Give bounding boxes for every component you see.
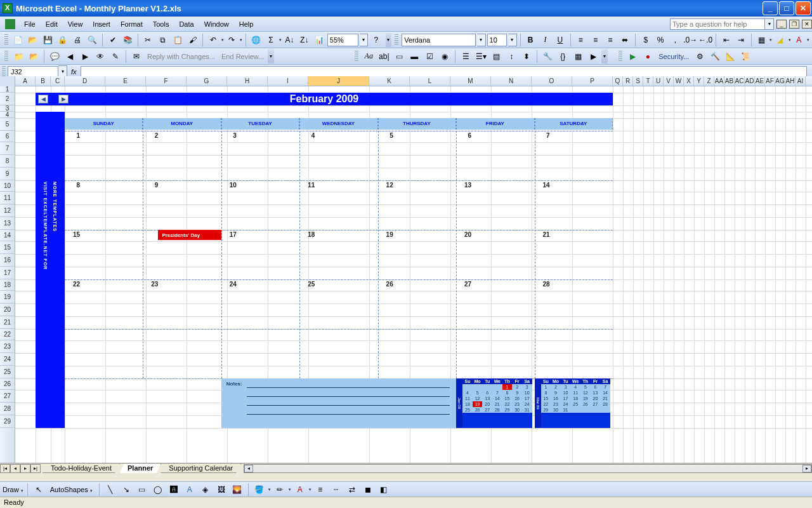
- save-icon[interactable]: 💾: [41, 33, 55, 47]
- help-search-input[interactable]: [670, 18, 765, 30]
- picture-icon[interactable]: 🌄: [230, 483, 244, 497]
- line-icon[interactable]: ╲: [103, 483, 117, 497]
- arrow-icon[interactable]: ↘: [119, 483, 133, 497]
- merge-center-icon[interactable]: ⬌: [619, 33, 632, 47]
- font-color-icon[interactable]: A: [792, 33, 806, 47]
- column-header[interactable]: B: [36, 76, 51, 86]
- row-header[interactable]: 24: [0, 353, 15, 366]
- row-header[interactable]: 17: [0, 267, 15, 279]
- rectangle-icon[interactable]: ▭: [135, 483, 149, 497]
- row-header[interactable]: 27: [0, 390, 15, 403]
- currency-icon[interactable]: $: [639, 33, 652, 47]
- cell-grid[interactable]: February 2009◀▶VISIT EXCELTEMPLATE.NET F…: [15, 86, 812, 464]
- clipart-icon[interactable]: 🖼: [214, 483, 228, 497]
- column-header[interactable]: N: [491, 76, 532, 86]
- help-search-dropdown[interactable]: ▾: [765, 18, 774, 30]
- select-all-corner[interactable]: [0, 76, 15, 86]
- column-header[interactable]: AG: [775, 76, 785, 86]
- column-header[interactable]: P: [572, 76, 613, 86]
- script-editor-icon[interactable]: 📜: [738, 50, 752, 64]
- column-header[interactable]: W: [674, 76, 684, 86]
- italic-button[interactable]: I: [539, 33, 552, 47]
- row-header[interactable]: 12: [0, 204, 15, 217]
- workbook-icon[interactable]: [5, 19, 15, 29]
- column-header[interactable]: Z: [704, 76, 714, 86]
- align-left-icon[interactable]: ≡: [574, 33, 587, 47]
- row-header[interactable]: 19: [0, 291, 15, 304]
- toolbar-grip[interactable]: [4, 51, 8, 62]
- shadow-icon[interactable]: ◼: [361, 483, 375, 497]
- groupbox-control-icon[interactable]: ▭: [392, 50, 406, 64]
- control-toolbox-icon[interactable]: 🔨: [708, 50, 722, 64]
- row-header[interactable]: 15: [0, 241, 15, 254]
- chart-icon[interactable]: 📊: [312, 33, 325, 47]
- column-header[interactable]: AE: [755, 76, 765, 86]
- column-header[interactable]: Q: [613, 76, 623, 86]
- column-header[interactable]: AD: [745, 76, 755, 86]
- tab-nav-next[interactable]: ▸: [20, 464, 30, 473]
- button-control-icon[interactable]: ▬: [407, 50, 421, 64]
- wordart-icon[interactable]: A: [183, 483, 197, 497]
- format-painter-icon[interactable]: 🖌: [186, 33, 199, 47]
- row-header[interactable]: 1: [0, 86, 15, 93]
- row-header[interactable]: 25: [0, 366, 15, 378]
- oval-icon[interactable]: ◯: [151, 483, 165, 497]
- copy-icon[interactable]: ⧉: [156, 33, 169, 47]
- underline-button[interactable]: U: [553, 33, 566, 47]
- row-header[interactable]: 6: [0, 131, 15, 142]
- row-header[interactable]: 18: [0, 279, 15, 291]
- run-dialog-icon[interactable]: ▶: [586, 50, 600, 64]
- row-header[interactable]: 16: [0, 254, 15, 267]
- design-mode-icon[interactable]: 📐: [723, 50, 737, 64]
- fill-color-icon[interactable]: ◢: [773, 33, 787, 47]
- toolbar-grip[interactable]: [4, 34, 8, 46]
- comment-prev-icon[interactable]: ◀: [63, 50, 77, 64]
- combobox-control-icon[interactable]: ☰▾: [474, 50, 488, 64]
- menu-window[interactable]: Window: [199, 18, 234, 30]
- sort-desc-icon[interactable]: Z↓: [298, 33, 311, 47]
- decrease-decimal-icon[interactable]: ←.0: [698, 33, 712, 47]
- row-header[interactable]: 22: [0, 329, 15, 340]
- formula-bar[interactable]: [81, 66, 807, 77]
- ink-icon[interactable]: ✎: [108, 50, 122, 64]
- column-header[interactable]: AF: [765, 76, 775, 86]
- row-header[interactable]: 7: [0, 142, 15, 155]
- align-center-icon[interactable]: ≡: [589, 33, 602, 47]
- menu-tools[interactable]: Tools: [148, 18, 174, 30]
- row-header[interactable]: 9: [0, 168, 15, 180]
- comma-icon[interactable]: ,: [669, 33, 682, 47]
- cut-icon[interactable]: ✂: [141, 33, 155, 47]
- column-header[interactable]: C: [51, 76, 65, 86]
- window-maximize-button[interactable]: □: [779, 1, 794, 15]
- sort-asc-icon[interactable]: A↓: [283, 33, 296, 47]
- font-size-combo[interactable]: 10: [487, 34, 507, 46]
- name-box[interactable]: J32: [8, 66, 58, 77]
- toggle-grid-icon[interactable]: ▦: [571, 50, 585, 64]
- undo-icon[interactable]: ↶: [206, 33, 219, 47]
- column-header[interactable]: U: [653, 76, 664, 86]
- tab-nav-last[interactable]: ▸|: [30, 464, 41, 473]
- increase-indent-icon[interactable]: ⇥: [735, 33, 748, 47]
- percent-icon[interactable]: %: [653, 33, 667, 47]
- window-close-button[interactable]: ✕: [796, 1, 811, 15]
- row-header[interactable]: 13: [0, 217, 15, 230]
- align-right-icon[interactable]: ≡: [603, 33, 617, 47]
- row-header[interactable]: 14: [0, 230, 15, 241]
- column-header[interactable]: AA: [714, 76, 724, 86]
- 3d-icon[interactable]: ◧: [377, 483, 391, 497]
- next-month-button[interactable]: ▶: [58, 95, 69, 104]
- new-icon[interactable]: 📄: [11, 33, 25, 47]
- comment-new-icon[interactable]: 💬: [48, 50, 62, 64]
- row-header[interactable]: 8: [0, 155, 15, 168]
- menu-edit[interactable]: Edit: [41, 18, 63, 30]
- draw-menu[interactable]: Draw ▾: [3, 486, 23, 493]
- increase-decimal-icon[interactable]: .0→: [683, 33, 697, 47]
- hyperlink-icon[interactable]: 🌐: [249, 33, 263, 47]
- research-icon[interactable]: 📚: [121, 33, 134, 47]
- line-style-icon[interactable]: ≡: [313, 483, 327, 497]
- font-color-icon[interactable]: A: [293, 483, 307, 497]
- scrollbar-control-icon[interactable]: ↕: [504, 50, 518, 64]
- mail-recipient-icon[interactable]: ✉: [129, 50, 143, 64]
- column-header[interactable]: AB: [724, 76, 735, 86]
- column-header[interactable]: T: [643, 76, 653, 86]
